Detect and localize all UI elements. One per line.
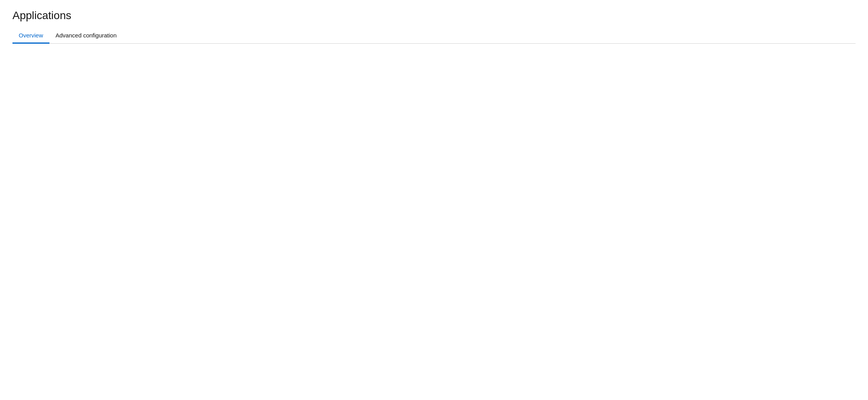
page-title: Applications — [12, 9, 856, 22]
tab-overview[interactable]: Overview — [12, 28, 49, 44]
tab-advanced-configuration[interactable]: Advanced configuration — [49, 28, 123, 44]
tabs-bar: Overview Advanced configuration — [12, 28, 856, 44]
